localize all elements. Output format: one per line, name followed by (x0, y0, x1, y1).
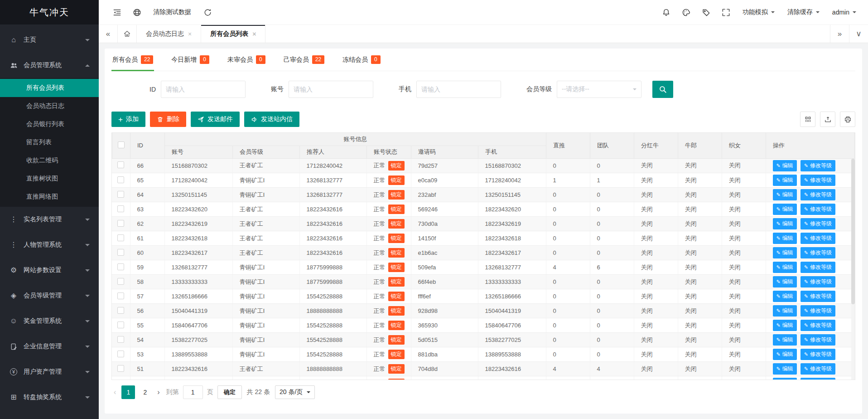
modify-level-button[interactable]: ✎修改等级 (800, 363, 835, 375)
member-level-select[interactable]: --请选择-- (557, 81, 641, 98)
confirm-button[interactable]: 确定 (217, 385, 242, 399)
theme-palette-icon[interactable] (676, 0, 696, 24)
tab-member-log[interactable]: 会员动态日志 × (137, 25, 201, 43)
edit-button[interactable]: ✎编辑 (773, 334, 797, 346)
tabs-more-icon[interactable]: » (830, 25, 849, 43)
close-icon[interactable]: × (252, 30, 256, 38)
filter-columns-button[interactable] (800, 112, 815, 127)
add-button[interactable]: + 添加 (111, 112, 145, 127)
modify-level-button[interactable]: ✎修改等级 (800, 218, 835, 229)
next-page-icon[interactable]: › (155, 388, 162, 396)
bell-icon[interactable] (656, 0, 676, 24)
tabs-scroll-left-icon[interactable]: « (99, 25, 118, 43)
sidebar-subitem-直推树状图[interactable]: 直推树状图 (0, 170, 99, 188)
globe-icon[interactable] (127, 0, 147, 24)
edit-button[interactable]: ✎编辑 (773, 204, 797, 215)
per-page-select[interactable]: 20 条/页 (275, 385, 315, 399)
goto-page-input[interactable] (183, 385, 203, 399)
edit-button[interactable]: ✎编辑 (773, 291, 797, 302)
row-checkbox[interactable] (117, 161, 124, 168)
refresh-icon[interactable] (198, 0, 217, 24)
modify-level-button[interactable]: ✎修改等级 (800, 291, 835, 302)
user-dropdown[interactable]: admin (826, 9, 863, 16)
row-checkbox[interactable] (117, 234, 124, 241)
edit-button[interactable]: ✎编辑 (773, 233, 797, 244)
modify-level-button[interactable]: ✎修改等级 (800, 305, 835, 317)
member-tab-未审会员[interactable]: 未审会员0 (227, 49, 266, 71)
row-checkbox[interactable] (117, 205, 124, 212)
modify-level-button[interactable]: ✎修改等级 (800, 378, 835, 380)
modify-level-button[interactable]: ✎修改等级 (800, 276, 835, 287)
edit-button[interactable]: ✎编辑 (773, 262, 797, 273)
modify-level-button[interactable]: ✎修改等级 (800, 175, 835, 186)
lock-button[interactable]: 锁定 (388, 190, 405, 200)
print-button[interactable] (840, 112, 855, 127)
edit-button[interactable]: ✎编辑 (773, 363, 797, 375)
modify-level-button[interactable]: ✎修改等级 (800, 349, 835, 360)
lock-button[interactable]: 锁定 (388, 321, 405, 330)
sidebar-item-转盘抽奖系统[interactable]: ⊞转盘抽奖系统 (0, 385, 99, 410)
lock-button[interactable]: 锁定 (388, 306, 405, 316)
lock-button[interactable]: 锁定 (388, 175, 405, 185)
lock-button[interactable]: 锁定 (388, 379, 405, 380)
sidebar-item-企业信息管理[interactable]: 企业信息管理 (0, 334, 99, 359)
member-tab-所有会员[interactable]: 所有会员22 (111, 49, 154, 71)
row-checkbox[interactable] (117, 263, 124, 270)
row-checkbox[interactable] (117, 278, 124, 285)
edit-button[interactable]: ✎编辑 (773, 320, 797, 331)
modify-level-button[interactable]: ✎修改等级 (800, 233, 835, 244)
row-checkbox[interactable] (117, 220, 124, 227)
sidebar-subitem-直推网络图[interactable]: 直推网络图 (0, 188, 99, 206)
row-checkbox[interactable] (117, 365, 124, 372)
row-checkbox[interactable] (117, 249, 124, 256)
row-checkbox[interactable] (117, 351, 124, 357)
modify-level-button[interactable]: ✎修改等级 (800, 262, 835, 273)
page-number-2[interactable]: 2 (138, 385, 152, 399)
sidebar-item-用户资产管理[interactable]: ¥用户资产管理 (0, 359, 99, 385)
modify-level-button[interactable]: ✎修改等级 (800, 160, 835, 171)
select-all-checkbox[interactable] (118, 141, 125, 148)
sidebar-subitem-会员银行列表[interactable]: 会员银行列表 (0, 115, 99, 133)
lock-button[interactable]: 锁定 (388, 263, 405, 272)
row-checkbox[interactable] (117, 336, 124, 343)
fullscreen-icon[interactable] (716, 0, 736, 24)
edit-button[interactable]: ✎编辑 (773, 175, 797, 186)
home-tab[interactable] (118, 25, 137, 43)
lock-button[interactable]: 锁定 (388, 219, 405, 229)
sidebar-subitem-收款二维码[interactable]: 收款二维码 (0, 151, 99, 170)
sidebar-subitem-所有会员列表[interactable]: 所有会员列表 (0, 79, 99, 97)
clear-test-data-button[interactable]: 清除测试数据 (147, 8, 198, 16)
account-input[interactable] (289, 81, 373, 98)
modify-level-button[interactable]: ✎修改等级 (800, 204, 835, 215)
sidebar-item-会员管理系统[interactable]: 会员管理系统 (0, 53, 99, 78)
modify-level-button[interactable]: ✎修改等级 (800, 334, 835, 346)
edit-button[interactable]: ✎编辑 (773, 349, 797, 360)
clear-cache-dropdown[interactable]: 清除缓存 (781, 8, 826, 16)
page-number-1[interactable]: 1 (121, 385, 135, 399)
sidebar-subitem-留言列表[interactable]: 留言列表 (0, 133, 99, 151)
sidebar-item-会员等级管理[interactable]: ◈会员等级管理 (0, 283, 99, 308)
edit-button[interactable]: ✎编辑 (773, 160, 797, 171)
member-tab-冻结会员[interactable]: 冻结会员0 (342, 49, 381, 71)
row-checkbox[interactable] (117, 176, 124, 183)
tag-icon[interactable] (696, 0, 716, 24)
send-message-button[interactable]: 发送站内信 (244, 112, 299, 127)
lock-button[interactable]: 锁定 (388, 335, 405, 345)
tabs-menu-icon[interactable]: ∨ (849, 25, 868, 43)
row-checkbox[interactable] (117, 191, 124, 198)
lock-button[interactable]: 锁定 (388, 248, 405, 258)
modify-level-button[interactable]: ✎修改等级 (800, 320, 835, 331)
menu-collapse-icon[interactable] (107, 0, 127, 24)
edit-button[interactable]: ✎编辑 (773, 189, 797, 200)
tab-all-members[interactable]: 所有会员列表 × (201, 25, 265, 43)
id-input[interactable] (161, 81, 246, 98)
modify-level-button[interactable]: ✎修改等级 (800, 189, 835, 200)
member-tab-己审会员[interactable]: 己审会员22 (283, 49, 325, 71)
lock-button[interactable]: 锁定 (388, 234, 405, 243)
function-simulate-dropdown[interactable]: 功能模拟 (736, 8, 781, 16)
modify-level-button[interactable]: ✎修改等级 (800, 247, 835, 258)
row-checkbox[interactable] (117, 292, 124, 299)
table-scrollbar-thumb[interactable] (851, 159, 855, 304)
delete-button[interactable]: 删除 (150, 112, 186, 127)
close-icon[interactable]: × (188, 30, 192, 38)
